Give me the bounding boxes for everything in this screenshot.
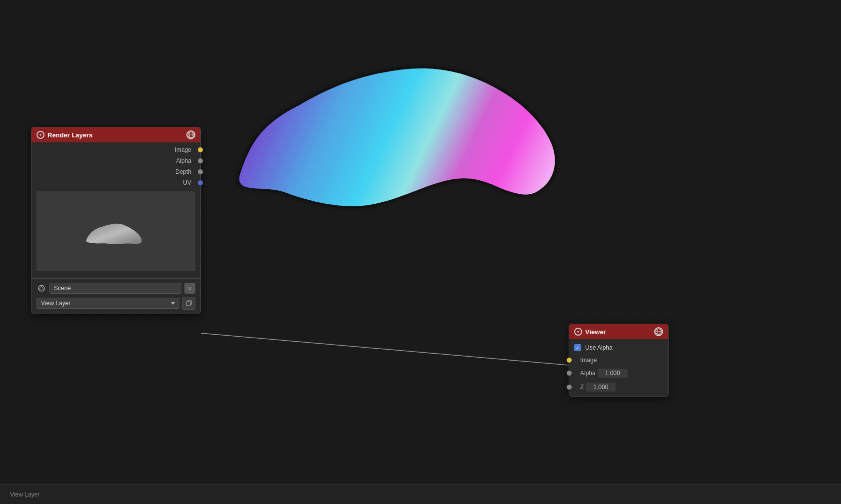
socket-input-dot-alpha[interactable] [567, 371, 572, 376]
svg-rect-6 [186, 302, 190, 306]
svg-line-0 [201, 333, 569, 365]
node-body-render-layers: Image Alpha Depth UV [31, 142, 200, 278]
node-preview-thumbnail [36, 191, 195, 271]
collapse-icon[interactable]: ▾ [36, 131, 44, 139]
viewlayer-value: View Layer [41, 300, 70, 307]
socket-label-image: Image [175, 146, 191, 153]
socket-depth-output: Depth [31, 166, 200, 177]
scene-dropdown[interactable]: Scene [49, 283, 181, 294]
viewer-node: ▾ Viewer ✓ Use Alpha Image Alpha [569, 324, 669, 397]
socket-z-input: Z [569, 380, 668, 394]
socket-uv-output: UV [31, 177, 200, 188]
socket-label-depth: Depth [175, 168, 191, 175]
socket-image-input: Image [569, 354, 668, 366]
socket-input-dot-z[interactable] [567, 385, 572, 390]
mesh-preview [210, 45, 570, 215]
socket-input-label-z: Z [580, 384, 584, 391]
viewer-node-body: ✓ Use Alpha Image Alpha Z [569, 339, 668, 396]
use-alpha-label: Use Alpha [585, 344, 613, 351]
use-alpha-row: ✓ Use Alpha [569, 341, 668, 354]
node-footer: Scene × View Layer [31, 278, 200, 314]
node-header-render-layers[interactable]: ▾ Render Layers [31, 127, 200, 142]
socket-dot-alpha[interactable] [198, 158, 203, 163]
socket-label-alpha: Alpha [176, 157, 191, 164]
socket-input-label-alpha: Alpha [580, 370, 596, 377]
socket-dot-uv[interactable] [198, 180, 203, 185]
socket-dot-depth[interactable] [198, 169, 203, 174]
viewlayer-copy-button[interactable] [182, 297, 195, 310]
socket-dot-image[interactable] [198, 147, 203, 152]
use-alpha-checkbox[interactable]: ✓ [574, 344, 581, 351]
scene-icon [36, 283, 46, 293]
viewlayer-row: View Layer [36, 297, 195, 310]
chevron-down-icon [171, 302, 175, 305]
globe-icon-viewer[interactable] [654, 327, 663, 336]
render-layers-node: ▾ Render Layers Image Alpha Depth [31, 127, 201, 314]
alpha-value-input[interactable] [598, 369, 628, 378]
viewlayer-dropdown[interactable]: View Layer [36, 298, 179, 309]
collapse-icon-viewer[interactable]: ▾ [574, 328, 582, 336]
alpha-input-field-row: Alpha [574, 369, 628, 378]
socket-input-dot-image[interactable] [567, 358, 572, 363]
z-input-field-row: Z [574, 383, 616, 392]
node-header-viewer[interactable]: ▾ Viewer [569, 324, 668, 339]
scene-row: Scene × [36, 283, 195, 294]
node-title-viewer: Viewer [585, 328, 651, 336]
scene-value: Scene [54, 285, 71, 292]
node-title-render-layers: Render Layers [47, 131, 183, 139]
socket-alpha-output: Alpha [31, 155, 200, 166]
socket-image-output: Image [31, 144, 200, 155]
bottom-bar: View Layer [0, 484, 841, 504]
scene-clear-button[interactable]: × [184, 283, 195, 294]
socket-label-uv: UV [183, 179, 191, 186]
socket-input-label-image: Image [580, 357, 597, 364]
globe-icon-render-layers[interactable] [186, 130, 195, 139]
view-layer-hint: View Layer [10, 491, 39, 498]
z-value-input[interactable] [586, 383, 616, 392]
socket-alpha-input: Alpha [569, 366, 668, 380]
